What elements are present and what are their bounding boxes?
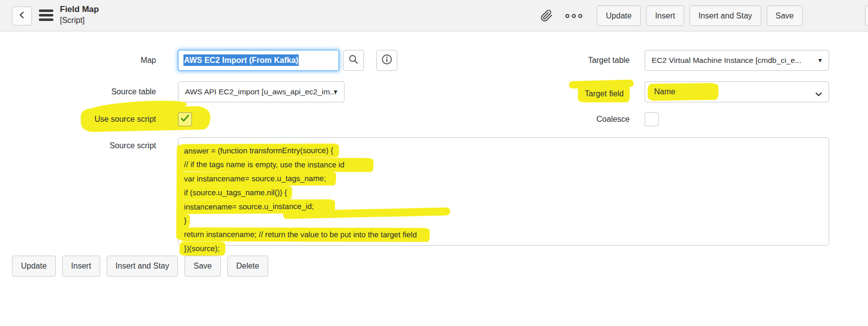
target-field-value: Name [654, 87, 676, 96]
context-menu-icon[interactable] [39, 9, 53, 23]
target-table-label: Target table [499, 50, 630, 71]
footer-save-button[interactable]: Save [184, 256, 220, 277]
source-table-dropdown[interactable]: AWS API EC2_import [u_aws_api_ec2_im... … [178, 81, 345, 102]
coalesce-checkbox[interactable] [645, 112, 659, 126]
map-info-button[interactable] [376, 50, 397, 71]
map-input[interactable]: AWS EC2 Import (From Kafka) [178, 50, 339, 71]
header-insert-button[interactable]: Insert [646, 5, 684, 26]
footer-actions: Update Insert Insert and Stay Save Delet… [12, 256, 268, 277]
target-field-label-highlight: Target field [578, 85, 630, 102]
code-line: })(source); [184, 242, 829, 256]
source-script-label: Source script [11, 140, 156, 152]
target-table-dropdown[interactable]: EC2 Virtual Machine Instance [cmdb_ci_e.… [645, 50, 829, 71]
footer-update-button[interactable]: Update [12, 256, 56, 277]
chevron-down-icon [814, 87, 824, 102]
form-header: Field Map [Script] Update Insert Insert … [0, 0, 868, 31]
target-field-select[interactable]: Name [645, 81, 829, 102]
footer-delete-button[interactable]: Delete [227, 256, 268, 277]
dropdown-triangle-icon: ▼ [333, 82, 339, 102]
more-options-icon[interactable] [565, 14, 582, 18]
code-line: var instancename= source.u_tags_name; [184, 172, 829, 186]
page-subtitle: [Script] [60, 15, 99, 26]
footer-insert-button[interactable]: Insert [62, 256, 100, 277]
source-table-label: Source table [11, 81, 156, 102]
code-line: if (source.u_tags_name.nil()) { [184, 186, 829, 200]
footer-insert-and-stay-button[interactable]: Insert and Stay [107, 256, 178, 277]
search-icon [348, 54, 359, 67]
code-line: // if the tags name is empty, use the in… [184, 158, 829, 172]
paperclip-icon[interactable] [540, 9, 553, 22]
info-icon [381, 53, 393, 67]
map-label: Map [11, 50, 156, 71]
target-field-label: Target field [499, 85, 630, 102]
code-line: instancename= source.u_instance_id; [184, 200, 829, 214]
page-title: Field Map [60, 4, 99, 15]
source-table-value: AWS API EC2_import [u_aws_api_ec2_im... [185, 87, 337, 96]
chevron-left-icon [18, 11, 26, 21]
checkmark-icon [180, 113, 190, 125]
header-update-button[interactable]: Update [597, 5, 641, 26]
code-line: answer = (function transformEntry(source… [184, 144, 829, 158]
coalesce-label: Coalesce [499, 112, 630, 126]
header-insert-and-stay-button[interactable]: Insert and Stay [690, 5, 761, 26]
code-line: } [184, 214, 829, 228]
header-save-button[interactable]: Save [767, 5, 803, 26]
code-line: return instancename; // return the value… [184, 228, 829, 242]
source-script-editor[interactable]: answer = (function transformEntry(source… [178, 137, 829, 246]
page-title-block: Field Map [Script] [60, 4, 99, 26]
map-input-selected-text: AWS EC2 Import (From Kafka) [183, 54, 299, 66]
map-lookup-button[interactable] [343, 50, 364, 71]
source-script-code: answer = (function transformEntry(source… [184, 144, 829, 256]
back-button[interactable] [12, 6, 32, 25]
use-source-script-checkbox[interactable] [178, 112, 192, 126]
dropdown-triangle-icon: ▼ [817, 50, 823, 70]
header-actions: Update Insert Insert and Stay Save [540, 5, 803, 26]
target-table-value: EC2 Virtual Machine Instance [cmdb_ci_e.… [652, 56, 801, 64]
cutoff-button-edge [865, 5, 868, 26]
use-source-script-label: Use source script [11, 112, 156, 126]
